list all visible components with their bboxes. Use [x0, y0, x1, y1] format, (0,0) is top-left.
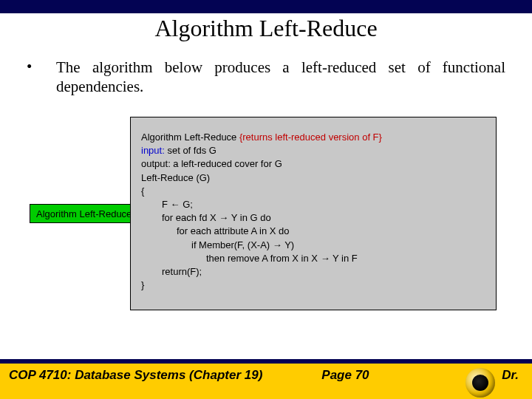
body-paragraph: The algorithm below produces a left-redu… — [56, 58, 505, 97]
algo-line-2: input: set of fds G — [141, 144, 485, 157]
algo-input-kw: input: — [141, 145, 165, 156]
algo-line-5: { — [141, 185, 485, 198]
algo-line-8: for each attribute A in X do — [141, 225, 485, 238]
background-label-text: Algorithm Left-Reduce — [36, 208, 132, 219]
algo-line-1: Algorithm Left-Reduce {returns left-redu… — [141, 131, 485, 144]
algo-line-7: for each fd X → Y in G do — [141, 211, 485, 225]
footer-page: Page 70 — [321, 368, 369, 383]
footer-author: Dr. — [502, 368, 523, 383]
algo-line-4: Left-Reduce (G) — [141, 171, 485, 185]
algo-comment: {returns left-reduced version of F} — [239, 132, 382, 143]
top-band — [0, 0, 532, 13]
algo-input-text: set of fds G — [165, 145, 216, 156]
body-text: • The algorithm below produces a left-re… — [27, 58, 505, 97]
algo-line-9: if Member(F, (X-A) → Y) — [141, 239, 485, 252]
algo-line-3: output: a left-reduced cover for G — [141, 157, 485, 171]
footer-course: COP 4710: Database Systems (Chapter 19) — [9, 368, 262, 383]
slide-title: Algorithm Left-Reduce — [0, 15, 532, 42]
algo-line-6: F ← G; — [141, 198, 485, 211]
footer-bar: COP 4710: Database Systems (Chapter 19) … — [0, 359, 532, 399]
algo-line-12: } — [141, 279, 485, 292]
algo-line-10: then remove A from X in X → Y in F — [141, 252, 485, 265]
algo-line-11: return(F); — [141, 265, 485, 279]
bullet: • — [27, 58, 56, 76]
algorithm-box: Algorithm Left-Reduce {returns left-redu… — [130, 117, 497, 310]
ucf-logo-icon — [466, 368, 495, 398]
algo-name: Algorithm Left-Reduce — [141, 132, 239, 143]
